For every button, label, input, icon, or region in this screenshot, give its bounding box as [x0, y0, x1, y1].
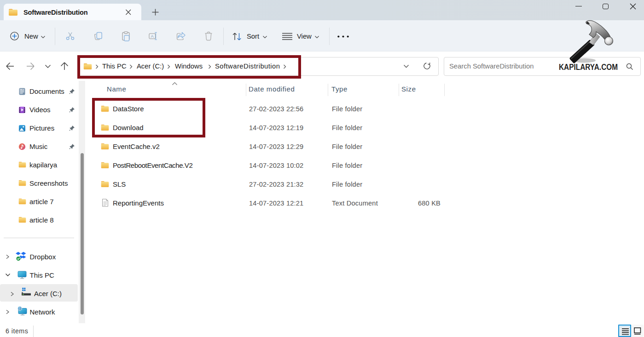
svg-text:A: A	[151, 34, 154, 39]
